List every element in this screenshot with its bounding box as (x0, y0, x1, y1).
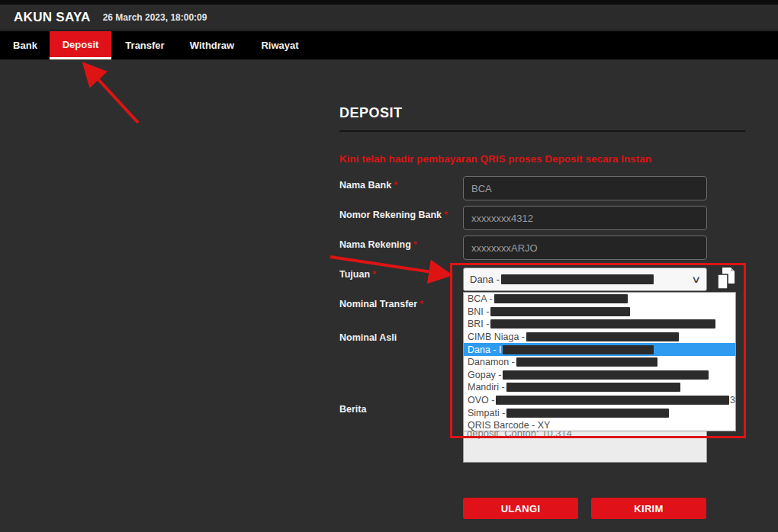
label-nama-rekening: Nama Rekening* (339, 239, 417, 250)
required-asterisk: * (444, 210, 448, 220)
redaction-bar (526, 332, 679, 341)
nomor-rekening-input[interactable] (463, 206, 707, 230)
required-asterisk: * (420, 299, 423, 309)
redaction-bar (516, 357, 657, 367)
label-nama-bank: Nama Bank* (339, 180, 397, 191)
dropdown-option-mandiri[interactable]: Mandiri - (464, 381, 735, 394)
tab-transfer[interactable]: Transfer (122, 31, 168, 59)
dropdown-option-simpati[interactable]: Simpati - (464, 406, 735, 419)
required-asterisk: * (413, 239, 417, 250)
redaction-bar (494, 294, 628, 303)
arrow-to-deposit-tab (86, 66, 138, 123)
tujuan-select[interactable]: Dana - ∨ (463, 268, 707, 291)
dropdown-option-dana-selected[interactable]: Dana - I (464, 343, 735, 356)
redaction-bar (503, 370, 709, 380)
label-nomor-rekening: Nomor Rekening Bank* (339, 210, 448, 220)
main-nav: Bank Deposit Transfer Withdraw Riwayat (0, 31, 778, 59)
redaction-bar (503, 345, 654, 354)
nama-rekening-input[interactable] (463, 236, 707, 260)
title-divider (339, 130, 745, 132)
page-title: AKUN SAYA (14, 10, 91, 25)
required-asterisk: * (394, 180, 397, 191)
dropdown-option-ovo[interactable]: OVO - 3 (464, 394, 735, 407)
dropdown-option-cimb-niaga[interactable]: CIMB Niaga - (464, 331, 735, 344)
redaction-bar (490, 307, 630, 316)
header-datetime: 26 March 2023, 18:00:09 (103, 12, 207, 23)
tujuan-dropdown-list: BCA - BNI - BRI - CIMB Niaga - Dana - I … (463, 292, 736, 431)
dropdown-option-qris-barcode[interactable]: QRIS Barcode - XY (464, 419, 735, 431)
dropdown-option-danamon[interactable]: Danamon - (464, 356, 735, 369)
redaction-bar (490, 319, 715, 328)
label-nominal-asli: Nominal Asli (339, 332, 397, 343)
tujuan-selected-value: Dana - (470, 274, 500, 285)
dropdown-option-gopay[interactable]: Gopay - (464, 369, 735, 382)
dropdown-option-bri[interactable]: BRI - (464, 318, 735, 331)
label-nominal-transfer: Nominal Transfer* (339, 299, 423, 309)
redaction-bar (496, 396, 729, 405)
tab-deposit[interactable]: Deposit (50, 31, 111, 59)
kirim-button[interactable]: KIRIM (591, 498, 706, 519)
redaction-bar (506, 383, 680, 392)
dropdown-option-bca[interactable]: BCA - (464, 293, 735, 306)
chevron-down-icon: ∨ (692, 274, 702, 284)
copy-icon[interactable] (714, 266, 737, 295)
redaction-bar (501, 274, 654, 284)
label-berita: Berita (339, 404, 366, 415)
nama-bank-input[interactable] (463, 176, 707, 200)
dropdown-option-bni[interactable]: BNI - (464, 306, 735, 319)
label-tujuan: Tujuan* (339, 269, 376, 280)
tab-withdraw[interactable]: Withdraw (187, 31, 237, 59)
qris-notice: Kini telah hadir pembayaran QRIS proses … (339, 153, 751, 165)
required-asterisk: * (372, 269, 376, 280)
account-header: AKUN SAYA 26 March 2023, 18:00:09 (0, 5, 778, 30)
tab-bank[interactable]: Bank (8, 31, 43, 59)
form-title: DEPOSIT (339, 105, 403, 121)
redaction-bar (506, 409, 669, 418)
ulangi-button[interactable]: ULANGI (463, 498, 578, 519)
tab-riwayat[interactable]: Riwayat (258, 31, 302, 59)
